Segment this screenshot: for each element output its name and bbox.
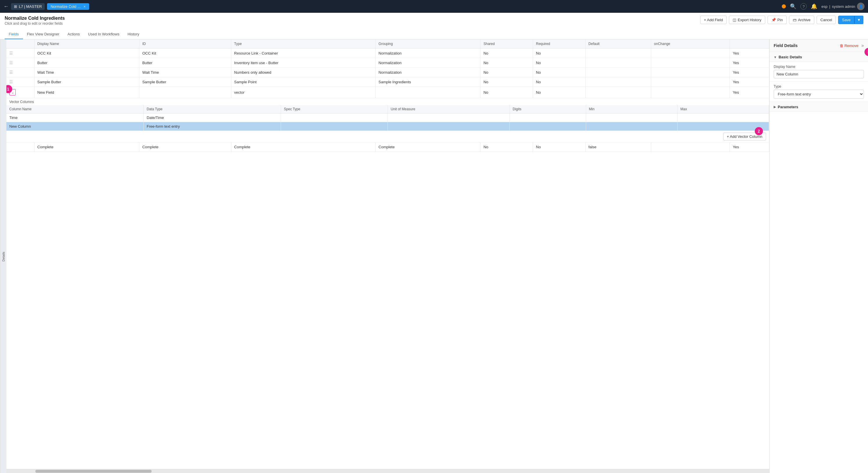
table-row[interactable]: ☰ Butter Butter Inventory item use - But… <box>6 58 769 68</box>
display-name-input[interactable] <box>774 70 864 78</box>
chevron-right-icon: ▶ <box>774 105 776 109</box>
app-label: ⊞ L7 | MASTER <box>11 3 45 10</box>
cell-default <box>586 87 651 98</box>
cell-display-name: Butter <box>34 58 140 68</box>
table-row-complete[interactable]: Complete Complete Complete Complete No N… <box>6 143 769 152</box>
cell-required: No <box>533 143 586 152</box>
tab-history[interactable]: History <box>123 30 143 39</box>
archive-icon: 🗃 <box>793 18 797 22</box>
new-field-row[interactable]: 1 ⌄ New Field vector No No Yes <box>6 87 769 98</box>
cell-grouping: Normalization <box>375 49 480 58</box>
tab-used-in-workflows[interactable]: Used In Workflows <box>84 30 123 39</box>
save-button[interactable]: Save <box>838 16 855 24</box>
tab-close-button[interactable]: × <box>84 4 86 9</box>
col-header-drag <box>6 39 34 49</box>
display-name-field: Display Name <box>770 62 868 82</box>
vcell-digits <box>509 114 586 122</box>
help-icon[interactable]: ? <box>800 3 807 9</box>
cell-type: Inventory item use - Butter <box>231 58 375 68</box>
cell-display-name: New Field <box>34 87 140 98</box>
display-name-label: Display Name <box>774 65 864 69</box>
type-select[interactable]: Free-form text entry Numbers only allowe… <box>774 90 864 99</box>
cell-last: Yes <box>730 68 769 77</box>
cell-required: No <box>533 58 586 68</box>
pin-button[interactable]: 📌 Pin <box>768 16 787 24</box>
cell-default: false <box>586 143 651 152</box>
vcell-dtype: Date/Time <box>144 114 281 122</box>
table-row[interactable]: ☰ Sample Butter Sample Butter Sample Poi… <box>6 77 769 87</box>
cell-last: Yes <box>730 87 769 98</box>
add-field-button[interactable]: + Add Field <box>700 16 726 24</box>
tab-actions[interactable]: Actions <box>63 30 84 39</box>
tab-bar: Fields Flex View Designer Actions Used I… <box>5 28 863 39</box>
col-header-onchange: onChange <box>651 39 730 49</box>
vector-table: Column Name Data Type Spec Type Unit of … <box>6 105 769 131</box>
table-row[interactable]: ☰ Wait Time Wait Time Numbers only allow… <box>6 68 769 77</box>
cell-id <box>140 87 231 98</box>
user-avatar[interactable]: 👤 <box>857 3 865 10</box>
vcol-header-min: Min <box>586 105 677 114</box>
cell-id: OCC Kit <box>140 49 231 58</box>
basic-details-header[interactable]: ▼ Basic Details 3 <box>770 52 868 62</box>
drag-handle[interactable]: ☰ <box>9 70 13 74</box>
archive-button[interactable]: 🗃 Archive <box>789 16 814 24</box>
drag-handle[interactable]: ☰ <box>9 80 13 84</box>
content-area: Display Name ID Type Grouping Shared Req… <box>6 39 769 473</box>
main-layout: Details Display Name ID Typ <box>0 39 868 473</box>
details-side-label[interactable]: Details <box>0 39 6 473</box>
vector-table-row-selected[interactable]: New Column Free-form text entry <box>6 122 769 131</box>
remove-button[interactable]: 🗑 Remove <box>840 43 859 48</box>
back-button[interactable]: ← <box>3 3 9 9</box>
vcol-header-digits: Digits <box>509 105 586 114</box>
panel-collapse-button[interactable]: » <box>861 43 864 48</box>
cell-last: Yes <box>730 77 769 87</box>
col-header-last <box>730 39 769 49</box>
vcell-max <box>677 114 769 122</box>
vcell-digits <box>509 122 586 131</box>
cell-id: Complete <box>140 143 231 152</box>
pin-icon: 📌 <box>771 18 776 22</box>
table-row[interactable]: ☰ OCC Kit OCC Kit Resource Link - Contai… <box>6 49 769 58</box>
cell-onchange <box>651 143 730 152</box>
vector-table-row[interactable]: Time Date/Time <box>6 114 769 122</box>
topbar: ← ⊞ L7 | MASTER Normalize Cold ... × 🔍 ?… <box>0 0 868 13</box>
cell-shared: No <box>480 143 533 152</box>
drag-handle[interactable]: ☰ <box>9 60 13 65</box>
parameters-section: ▶ Parameters <box>770 102 868 112</box>
vcol-header-spec: Spec Type <box>281 105 388 114</box>
page-header: Normalize Cold Ingredients Click and dra… <box>0 13 868 39</box>
cell-grouping <box>375 87 480 98</box>
current-tab[interactable]: Normalize Cold ... × <box>47 3 89 10</box>
cell-onchange <box>651 87 730 98</box>
vcell-name: New Column <box>6 122 144 131</box>
cell-display-name: Wait Time <box>34 68 140 77</box>
field-details-header: Field Details 🗑 Remove » <box>770 39 868 52</box>
badge-2: 2 <box>755 127 763 135</box>
cell-last: Yes <box>730 58 769 68</box>
vcol-header-max: Max <box>677 105 769 114</box>
cell-last: Yes <box>730 143 769 152</box>
export-history-button[interactable]: ◫ Export History <box>729 16 765 24</box>
cell-grouping: Complete <box>375 143 480 152</box>
vcol-header-unit: Unit of Measure <box>388 105 509 114</box>
cell-default <box>586 58 651 68</box>
vcell-unit <box>388 122 509 131</box>
tab-fields[interactable]: Fields <box>5 30 23 39</box>
search-icon[interactable]: 🔍 <box>790 3 796 9</box>
cell-display-name: Sample Butter <box>34 77 140 87</box>
vcell-name: Time <box>6 114 144 122</box>
vcell-min <box>586 122 677 131</box>
user-info: esp | system admin 👤 <box>821 3 865 10</box>
parameters-header[interactable]: ▶ Parameters <box>770 102 868 112</box>
cell-required: No <box>533 87 586 98</box>
tab-flex-view-designer[interactable]: Flex View Designer <box>23 30 64 39</box>
cell-id: Wait Time <box>140 68 231 77</box>
cell-id: Sample Butter <box>140 77 231 87</box>
bell-icon[interactable]: 🔔 <box>811 3 817 9</box>
trash-icon: 🗑 <box>840 43 843 48</box>
cancel-button[interactable]: Cancel <box>817 16 836 24</box>
scrollbar[interactable] <box>6 469 769 473</box>
cell-shared: No <box>480 58 533 68</box>
drag-handle[interactable]: ☰ <box>9 51 13 56</box>
save-dropdown-button[interactable]: ▼ <box>855 16 863 24</box>
